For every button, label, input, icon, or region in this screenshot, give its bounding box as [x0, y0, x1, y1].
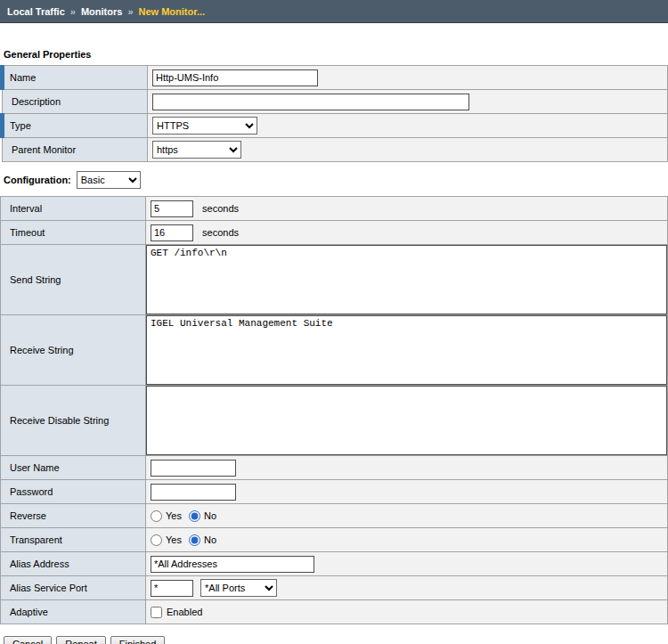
transparent-no-label: No	[204, 534, 216, 545]
alias-service-port-select[interactable]: *All Ports	[200, 579, 277, 597]
parent-monitor-select[interactable]: https	[152, 141, 241, 159]
row-reverse: Reverse Yes No	[1, 504, 668, 528]
breadcrumb-local-traffic[interactable]: Local Traffic	[7, 6, 65, 17]
receive-string-textarea[interactable]: IGEL Universal Management Suite	[146, 315, 667, 385]
receive-disable-string-textarea[interactable]	[146, 386, 667, 455]
name-label: Name	[3, 66, 148, 90]
receive-disable-string-label: Receive Disable String	[1, 386, 146, 456]
repeat-button[interactable]: Repeat	[56, 636, 105, 644]
password-input[interactable]	[151, 484, 236, 501]
configuration-label: Configuration:	[4, 175, 71, 185]
user-name-input[interactable]	[151, 460, 236, 477]
general-properties-table: Name Description Type HTTPS Parent Monit…	[0, 65, 668, 162]
transparent-yes-label: Yes	[166, 534, 182, 545]
receive-string-label: Receive String	[1, 315, 146, 386]
type-select[interactable]: HTTPS	[152, 117, 257, 135]
parent-monitor-label: Parent Monitor	[3, 138, 148, 162]
row-user-name: User Name	[1, 456, 668, 480]
breadcrumb-new-monitor: New Monitor...	[139, 6, 206, 17]
breadcrumb-separator-icon: »	[70, 6, 76, 17]
transparent-no-radio[interactable]	[189, 534, 200, 546]
row-transparent: Transparent Yes No	[1, 528, 668, 552]
alias-service-port-input[interactable]	[151, 580, 193, 597]
action-buttons: Cancel Repeat Finished	[4, 636, 668, 644]
type-label: Type	[3, 114, 148, 138]
reverse-no-label: No	[204, 510, 216, 521]
configuration-table: Interval seconds Timeout seconds Send St…	[0, 196, 668, 624]
row-send-string: Send String GET /info\r\n	[1, 245, 668, 315]
cancel-button[interactable]: Cancel	[4, 636, 52, 644]
row-password: Password	[1, 480, 668, 504]
row-type: Type HTTPS	[3, 114, 668, 138]
transparent-yes-radio[interactable]	[151, 534, 162, 546]
password-label: Password	[1, 480, 146, 504]
breadcrumb: Local Traffic » Monitors » New Monitor..…	[0, 0, 668, 23]
row-interval: Interval seconds	[1, 197, 668, 221]
row-receive-string: Receive String IGEL Universal Management…	[1, 315, 668, 386]
name-input[interactable]	[152, 69, 318, 86]
reverse-no-radio[interactable]	[189, 510, 200, 522]
reverse-label: Reverse	[1, 504, 146, 528]
configuration-select[interactable]: Basic	[77, 171, 141, 189]
interval-suffix: seconds	[202, 203, 239, 214]
timeout-suffix: seconds	[202, 227, 239, 238]
timeout-input[interactable]	[151, 224, 193, 241]
adaptive-enabled-label: Enabled	[167, 607, 202, 617]
general-properties-heading: General Properties	[4, 49, 668, 60]
row-adaptive: Adaptive Enabled	[1, 600, 668, 624]
interval-label: Interval	[1, 197, 146, 221]
breadcrumb-separator-icon: »	[127, 6, 133, 17]
send-string-label: Send String	[1, 245, 146, 315]
row-timeout: Timeout seconds	[1, 221, 668, 245]
description-label: Description	[3, 90, 148, 114]
user-name-label: User Name	[1, 456, 146, 480]
send-string-textarea[interactable]: GET /info\r\n	[146, 245, 667, 314]
row-description: Description	[3, 90, 668, 114]
breadcrumb-monitors[interactable]: Monitors	[81, 6, 122, 17]
interval-input[interactable]	[151, 200, 193, 217]
description-input[interactable]	[152, 94, 469, 110]
timeout-label: Timeout	[1, 221, 146, 245]
row-alias-service-port: Alias Service Port *All Ports	[1, 576, 668, 600]
reverse-yes-radio[interactable]	[151, 510, 162, 522]
adaptive-label: Adaptive	[1, 600, 146, 624]
adaptive-enabled-checkbox[interactable]	[151, 607, 162, 618]
row-receive-disable-string: Receive Disable String	[1, 386, 668, 456]
finished-button[interactable]: Finished	[110, 636, 166, 644]
row-name: Name	[3, 66, 668, 90]
alias-service-port-label: Alias Service Port	[1, 576, 146, 600]
alias-address-label: Alias Address	[1, 552, 146, 576]
transparent-label: Transparent	[1, 528, 146, 552]
row-alias-address: Alias Address	[1, 552, 668, 576]
row-parent-monitor: Parent Monitor https	[3, 138, 668, 162]
reverse-yes-label: Yes	[166, 510, 182, 521]
alias-address-input[interactable]	[151, 556, 314, 573]
configuration-row: Configuration: Basic	[4, 171, 668, 189]
